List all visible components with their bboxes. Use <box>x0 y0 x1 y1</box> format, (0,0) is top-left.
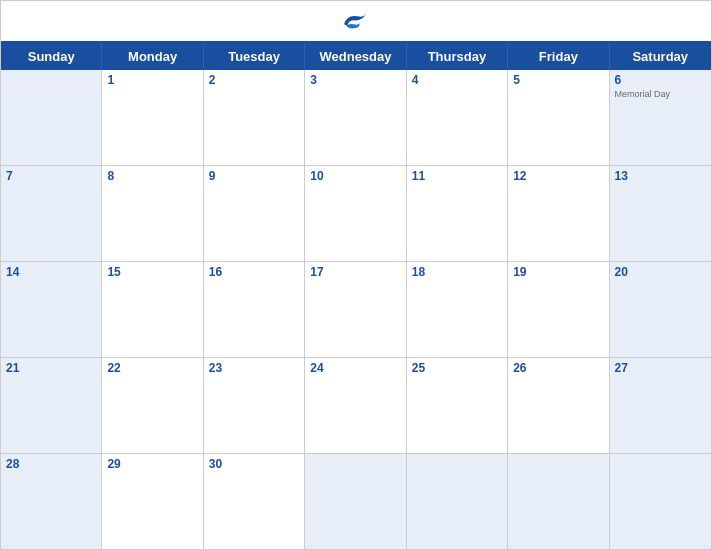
day-header-wednesday: Wednesday <box>305 43 406 70</box>
day-cell: 2 <box>204 70 305 165</box>
day-number: 25 <box>412 361 502 375</box>
day-number: 28 <box>6 457 96 471</box>
day-cell: 22 <box>102 358 203 453</box>
logo <box>340 11 372 31</box>
day-cell <box>508 454 609 549</box>
day-cell: 26 <box>508 358 609 453</box>
day-number: 1 <box>107 73 197 87</box>
day-cell: 23 <box>204 358 305 453</box>
week-row-2: 78910111213 <box>1 166 711 262</box>
day-cell: 3 <box>305 70 406 165</box>
day-number: 24 <box>310 361 400 375</box>
day-number: 17 <box>310 265 400 279</box>
day-cell: 24 <box>305 358 406 453</box>
week-row-5: 282930 <box>1 454 711 549</box>
day-number: 9 <box>209 169 299 183</box>
day-cell: 5 <box>508 70 609 165</box>
day-cell: 9 <box>204 166 305 261</box>
day-number: 22 <box>107 361 197 375</box>
day-cell <box>610 454 711 549</box>
day-number: 2 <box>209 73 299 87</box>
calendar-container: SundayMondayTuesdayWednesdayThursdayFrid… <box>0 0 712 550</box>
day-cell: 14 <box>1 262 102 357</box>
week-row-4: 21222324252627 <box>1 358 711 454</box>
day-number: 3 <box>310 73 400 87</box>
day-header-monday: Monday <box>102 43 203 70</box>
day-cell: 12 <box>508 166 609 261</box>
logo-bird-icon <box>340 11 368 31</box>
day-number: 8 <box>107 169 197 183</box>
day-number: 7 <box>6 169 96 183</box>
day-number: 6 <box>615 73 706 87</box>
day-cell: 28 <box>1 454 102 549</box>
day-cell: 21 <box>1 358 102 453</box>
day-cell: 30 <box>204 454 305 549</box>
day-number: 13 <box>615 169 706 183</box>
day-cell: 8 <box>102 166 203 261</box>
day-number: 21 <box>6 361 96 375</box>
day-header-saturday: Saturday <box>610 43 711 70</box>
weeks-container: 123456Memorial Day7891011121314151617181… <box>1 70 711 549</box>
day-cell: 27 <box>610 358 711 453</box>
day-number: 26 <box>513 361 603 375</box>
day-number: 23 <box>209 361 299 375</box>
day-number: 20 <box>615 265 706 279</box>
day-cell: 11 <box>407 166 508 261</box>
day-number: 19 <box>513 265 603 279</box>
day-headers: SundayMondayTuesdayWednesdayThursdayFrid… <box>1 43 711 70</box>
day-cell: 25 <box>407 358 508 453</box>
day-cell: 19 <box>508 262 609 357</box>
day-number: 5 <box>513 73 603 87</box>
day-number: 15 <box>107 265 197 279</box>
day-cell: 6Memorial Day <box>610 70 711 165</box>
day-cell: 16 <box>204 262 305 357</box>
day-cell: 15 <box>102 262 203 357</box>
day-number: 14 <box>6 265 96 279</box>
day-header-tuesday: Tuesday <box>204 43 305 70</box>
day-number: 4 <box>412 73 502 87</box>
day-cell: 1 <box>102 70 203 165</box>
day-number: 30 <box>209 457 299 471</box>
day-number: 27 <box>615 361 706 375</box>
week-row-3: 14151617181920 <box>1 262 711 358</box>
day-header-sunday: Sunday <box>1 43 102 70</box>
calendar-grid: SundayMondayTuesdayWednesdayThursdayFrid… <box>1 41 711 549</box>
calendar-header <box>1 1 711 41</box>
day-cell <box>1 70 102 165</box>
week-row-1: 123456Memorial Day <box>1 70 711 166</box>
day-number: 12 <box>513 169 603 183</box>
day-cell: 10 <box>305 166 406 261</box>
day-number: 29 <box>107 457 197 471</box>
day-header-thursday: Thursday <box>407 43 508 70</box>
holiday-name: Memorial Day <box>615 89 706 100</box>
day-cell: 29 <box>102 454 203 549</box>
day-header-friday: Friday <box>508 43 609 70</box>
day-cell <box>305 454 406 549</box>
day-cell: 18 <box>407 262 508 357</box>
day-number: 11 <box>412 169 502 183</box>
day-number: 18 <box>412 265 502 279</box>
day-cell: 17 <box>305 262 406 357</box>
day-cell: 7 <box>1 166 102 261</box>
day-cell: 4 <box>407 70 508 165</box>
day-number: 10 <box>310 169 400 183</box>
day-cell <box>407 454 508 549</box>
day-number: 16 <box>209 265 299 279</box>
day-cell: 20 <box>610 262 711 357</box>
day-cell: 13 <box>610 166 711 261</box>
